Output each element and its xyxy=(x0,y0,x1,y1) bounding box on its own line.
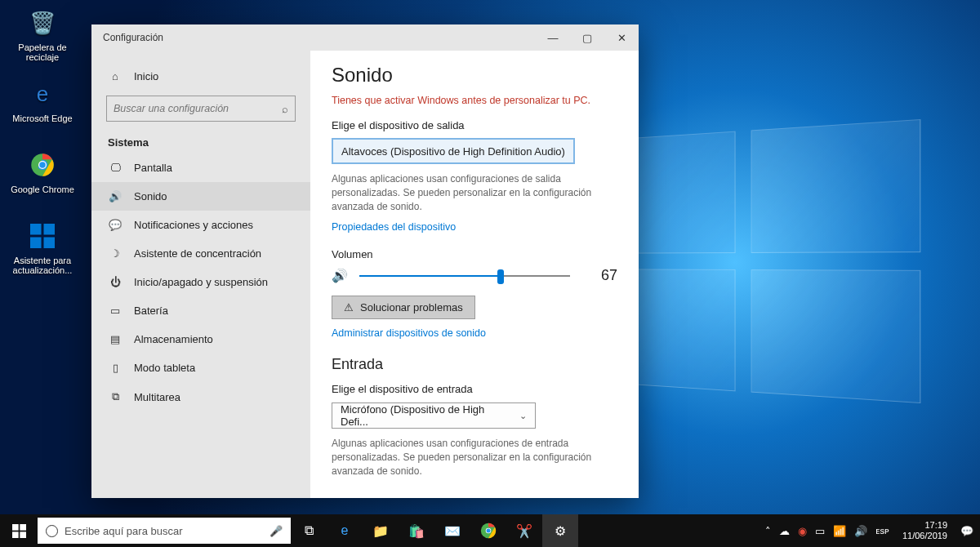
troubleshoot-label: Solucionar problemas xyxy=(360,301,463,314)
input-device-select[interactable]: Micrófono (Dispositivo de High Defi... ⌄ xyxy=(332,402,536,429)
sidebar-item-notifications[interactable]: 💬 Notificaciones y acciones xyxy=(91,211,310,239)
output-hint: Algunas aplicaciones usan configuracione… xyxy=(332,172,617,213)
taskbar: Escribe aquí para buscar 🎤 ⧉ e 📁 🛍️ ✉️ ✂… xyxy=(0,514,980,547)
tray-onedrive-icon[interactable]: ☁ xyxy=(779,525,790,537)
svg-point-14 xyxy=(487,529,491,533)
taskbar-time: 17:19 xyxy=(902,520,947,531)
sidebar-item-storage[interactable]: ▤ Almacenamiento xyxy=(91,325,310,354)
task-view-button[interactable]: ⧉ xyxy=(291,514,327,547)
start-button[interactable] xyxy=(0,514,38,547)
moon-icon: ☽ xyxy=(108,247,122,260)
window-minimize-button[interactable]: — xyxy=(536,24,570,51)
sidebar-home[interactable]: ⌂ Inicio xyxy=(91,62,310,91)
sidebar-item-power[interactable]: ⏻ Inicio/apagado y suspensión xyxy=(91,268,310,296)
multitasking-icon: ⧉ xyxy=(108,390,122,403)
desktop-icon-recycle-bin[interactable]: 🗑️ Papelera de reciclaje xyxy=(8,7,77,62)
window-title: Configuración xyxy=(103,32,163,43)
activation-warning: Tienes que activar Windows antes de pers… xyxy=(332,95,617,106)
sound-icon: 🔊 xyxy=(108,190,122,202)
windows-update-icon xyxy=(26,220,59,252)
home-icon: ⌂ xyxy=(108,70,122,82)
settings-content: Sonido Tienes que activar Windows antes … xyxy=(310,51,639,498)
recycle-bin-icon: 🗑️ xyxy=(26,7,59,39)
display-icon: 🖵 xyxy=(108,162,122,174)
sidebar-item-label: Notificaciones y acciones xyxy=(134,219,253,231)
settings-search[interactable]: ⌕ xyxy=(106,96,296,122)
input-section-heading: Entrada xyxy=(332,356,617,373)
settings-sidebar: ⌂ Inicio ⌕ Sistema 🖵 Pantalla 🔊 Sonido 💬… xyxy=(91,51,310,498)
settings-window: Configuración — ▢ ✕ ⌂ Inicio ⌕ Sistema 🖵… xyxy=(91,24,639,498)
sidebar-item-display[interactable]: 🖵 Pantalla xyxy=(91,153,310,182)
svg-point-3 xyxy=(39,162,46,168)
desktop-icon-label: Asistente para actualización... xyxy=(8,256,77,275)
power-icon: ⏻ xyxy=(108,276,122,288)
taskbar-clock[interactable]: 17:19 11/06/2019 xyxy=(898,520,952,541)
taskbar-mail[interactable]: ✉️ xyxy=(434,514,470,547)
volume-label: Volumen xyxy=(332,248,617,260)
system-tray: ˄ ☁ ◉ ▭ 📶 🔊 ᴇsᴘ 17:19 11/06/2019 💬 xyxy=(765,520,980,541)
svg-rect-4 xyxy=(30,224,42,235)
taskbar-search-placeholder: Escribe aquí para buscar xyxy=(65,525,183,537)
sidebar-category: Sistema xyxy=(91,130,310,153)
tray-app-icon[interactable]: ◉ xyxy=(798,525,807,537)
sidebar-item-multitasking[interactable]: ⧉ Multitarea xyxy=(91,382,310,411)
desktop-icon-edge[interactable]: e Microsoft Edge xyxy=(8,78,77,123)
desktop-icon-chrome[interactable]: Google Chrome xyxy=(8,149,77,194)
taskbar-search[interactable]: Escribe aquí para buscar 🎤 xyxy=(38,518,291,544)
taskbar-edge[interactable]: e xyxy=(327,514,363,547)
window-titlebar[interactable]: Configuración — ▢ ✕ xyxy=(91,24,639,51)
chevron-down-icon: ⌄ xyxy=(519,411,527,421)
sidebar-item-sound[interactable]: 🔊 Sonido xyxy=(91,182,310,211)
input-device-value: Micrófono (Dispositivo de High Defi... xyxy=(341,403,510,428)
action-center-icon[interactable]: 💬 xyxy=(960,525,973,537)
sidebar-item-label: Sonido xyxy=(134,190,167,202)
sidebar-item-label: Batería xyxy=(134,305,168,317)
output-device-value: Altavoces (Dispositivo de High Definitio… xyxy=(341,145,565,158)
manage-sound-devices-link[interactable]: Administrar dispositivos de sonido xyxy=(332,327,486,339)
sidebar-item-label: Almacenamiento xyxy=(134,333,213,345)
taskbar-chrome[interactable] xyxy=(470,514,506,547)
device-properties-link[interactable]: Propiedades del dispositivo xyxy=(332,221,456,233)
speaker-icon[interactable]: 🔊 xyxy=(332,268,348,283)
chrome-icon xyxy=(26,149,59,181)
volume-value: 67 xyxy=(601,267,617,284)
window-maximize-button[interactable]: ▢ xyxy=(570,24,604,51)
battery-icon: ▭ xyxy=(108,305,122,317)
sidebar-item-focus-assist[interactable]: ☽ Asistente de concentración xyxy=(91,239,310,268)
input-hint: Algunas aplicaciones usan configuracione… xyxy=(332,437,617,478)
tray-volume-icon[interactable]: 🔊 xyxy=(854,525,867,537)
taskbar-date: 11/06/2019 xyxy=(902,531,947,541)
search-icon: ⌕ xyxy=(282,103,288,115)
svg-rect-9 xyxy=(20,524,26,531)
troubleshoot-button[interactable]: ⚠ Solucionar problemas xyxy=(332,296,475,319)
input-device-label: Elige el dispositivo de entrada xyxy=(332,383,617,395)
taskbar-store[interactable]: 🛍️ xyxy=(399,514,434,547)
sidebar-item-battery[interactable]: ▭ Batería xyxy=(91,296,310,325)
svg-rect-8 xyxy=(12,524,19,531)
tablet-icon: ▯ xyxy=(108,362,122,374)
settings-search-input[interactable] xyxy=(114,103,282,114)
taskbar-file-explorer[interactable]: 📁 xyxy=(363,514,399,547)
taskbar-settings[interactable]: ⚙ xyxy=(542,514,578,547)
sidebar-item-label: Inicio/apagado y suspensión xyxy=(134,276,268,288)
svg-rect-6 xyxy=(30,238,42,249)
svg-rect-5 xyxy=(44,224,56,235)
page-title: Sonido xyxy=(332,64,617,87)
sidebar-item-tablet-mode[interactable]: ▯ Modo tableta xyxy=(91,354,310,382)
sidebar-item-label: Pantalla xyxy=(134,162,172,174)
volume-slider[interactable] xyxy=(359,268,570,284)
cortana-icon xyxy=(46,525,58,537)
desktop-icon-label: Microsoft Edge xyxy=(8,113,77,123)
microphone-icon: 🎤 xyxy=(270,525,283,537)
window-close-button[interactable]: ✕ xyxy=(604,24,639,51)
tray-language-icon[interactable]: ᴇsᴘ xyxy=(875,526,889,536)
desktop-icon-update-assistant[interactable]: Asistente para actualización... xyxy=(8,220,77,275)
tray-chevron-up-icon[interactable]: ˄ xyxy=(765,525,771,537)
tray-wifi-icon[interactable]: 📶 xyxy=(833,525,846,537)
svg-rect-10 xyxy=(12,531,19,538)
sidebar-item-label: Asistente de concentración xyxy=(134,247,261,260)
taskbar-snipping[interactable]: ✂️ xyxy=(506,514,542,547)
output-device-select[interactable]: Altavoces (Dispositivo de High Definitio… xyxy=(332,138,575,164)
tray-battery-icon[interactable]: ▭ xyxy=(815,525,825,537)
desktop-icon-label: Google Chrome xyxy=(8,185,77,194)
